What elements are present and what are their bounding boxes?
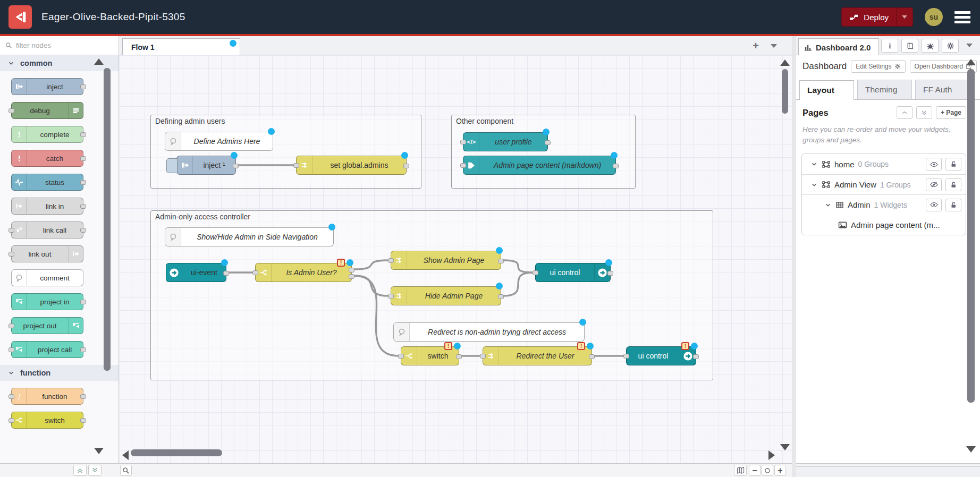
debug-tab-button[interactable] [922, 39, 939, 53]
palette-node-link-call[interactable]: link call [11, 222, 83, 238]
tree-item-home[interactable]: home0 Groups [802, 154, 966, 174]
info-tab-button[interactable] [881, 39, 898, 53]
port-out[interactable] [613, 164, 619, 168]
port-in[interactable] [623, 354, 629, 359]
collapse-all-button[interactable] [897, 106, 913, 119]
node-comment-define[interactable]: Define Admins Here [165, 132, 273, 151]
visibility-button[interactable] [926, 158, 942, 171]
palette-node-comment[interactable]: comment [11, 269, 83, 286]
node-comment-shownav[interactable]: Show/Hide Admin in Side Navigation [165, 227, 334, 246]
tab-ff-auth[interactable]: FF Auth [915, 80, 970, 99]
tab-layout[interactable]: Layout [799, 80, 854, 100]
chevron-down-icon[interactable] [810, 181, 818, 189]
port-out[interactable] [80, 300, 86, 304]
palette-node-inject[interactable]: inject [11, 78, 83, 95]
main-menu-button[interactable] [954, 9, 970, 25]
palette-node-link-out[interactable]: link out [11, 245, 83, 262]
port-out[interactable] [80, 204, 86, 209]
port-in[interactable] [9, 394, 14, 399]
palette-node-switch[interactable]: switch [11, 412, 83, 429]
port-in[interactable] [398, 354, 404, 359]
port-out[interactable] [456, 354, 462, 359]
port-out[interactable] [80, 228, 86, 233]
port-out[interactable] [693, 354, 699, 359]
node-ui-event[interactable]: ui-event [166, 263, 226, 282]
port-out[interactable] [403, 164, 409, 168]
port-out[interactable] [80, 84, 86, 89]
port-in[interactable] [388, 258, 394, 263]
node-inject1[interactable]: inject ¹ [176, 156, 236, 175]
port-in[interactable] [533, 270, 538, 275]
inject-button[interactable] [166, 158, 178, 173]
chevron-down-icon[interactable] [824, 201, 832, 209]
tree-item-admin-view[interactable]: Admin View1 Groups [802, 174, 966, 194]
tree-item-admin[interactable]: Admin1 Widgets [802, 194, 966, 215]
port-out[interactable] [498, 294, 504, 299]
zoom-out-button[interactable]: − [749, 465, 761, 476]
lock-button[interactable] [945, 158, 961, 171]
port-out[interactable] [349, 268, 354, 272]
palette-node-complete[interactable]: complete [11, 126, 83, 143]
tree-item-admin-page-content-m[interactable]: Admin page content (m... [802, 215, 966, 235]
palette-node-function[interactable]: ffunction [11, 388, 83, 405]
port-out[interactable] [80, 156, 86, 161]
port-in[interactable] [388, 294, 394, 299]
deploy-button[interactable]: Deploy [841, 7, 913, 27]
port-in[interactable] [9, 228, 14, 233]
lock-button[interactable] [945, 199, 961, 211]
port-in[interactable] [9, 418, 14, 423]
port-out[interactable] [80, 418, 86, 423]
palette-node-status[interactable]: status [11, 174, 83, 191]
port-in[interactable] [293, 163, 299, 168]
palette-node-project-out[interactable]: project out [11, 317, 83, 334]
tab-theming[interactable]: Theming [857, 80, 912, 99]
port-out[interactable] [545, 140, 551, 145]
add-page-button[interactable]: + Page [936, 106, 966, 119]
sidebar-scroll-up[interactable] [966, 59, 976, 65]
palette-collapse-all-button[interactable] [73, 465, 87, 476]
port-in[interactable] [9, 108, 14, 113]
node-user-profile[interactable]: </>user profile [463, 132, 548, 151]
palette-node-debug[interactable]: debug [11, 102, 83, 119]
node-show-admin[interactable]: Show Admin Page [391, 251, 501, 270]
palette-scrollbar[interactable] [104, 68, 111, 371]
palette-scroll-down[interactable] [94, 448, 104, 454]
lock-button[interactable] [945, 178, 961, 191]
node-switch2[interactable]: switch! [401, 346, 459, 365]
palette-node-project-in[interactable]: project in [11, 293, 83, 310]
sidebar-scroll-down[interactable] [966, 446, 976, 453]
user-avatar[interactable]: su [925, 8, 943, 26]
node-ui-control-1[interactable]: ui control [535, 263, 611, 282]
node-comment-redirect[interactable]: Redirect is non-admin trying direct acce… [393, 322, 585, 342]
node-change-admins[interactable]: set global.admins [296, 156, 407, 175]
node-redirect-user[interactable]: Redirect the User! [483, 346, 592, 365]
palette-scroll-up[interactable] [94, 58, 104, 65]
port-in[interactable] [9, 347, 14, 352]
sidebar-splitter[interactable] [792, 36, 796, 477]
flow-list-button[interactable] [771, 44, 777, 48]
node-is-admin[interactable]: Is Admin User?! [255, 263, 352, 282]
port-out[interactable] [80, 347, 86, 352]
sidebar-scrollbar[interactable] [967, 69, 975, 403]
navigator-button[interactable] [734, 465, 747, 476]
port-out[interactable] [498, 259, 504, 263]
sidebar-tab-dashboard[interactable]: Dashboard 2.0 [798, 38, 879, 56]
port-out[interactable] [607, 271, 613, 276]
palette-expand-all-button[interactable] [88, 465, 102, 476]
port-in[interactable] [9, 323, 14, 328]
port-in[interactable] [460, 140, 466, 144]
port-out[interactable] [349, 274, 354, 279]
visibility-button[interactable] [926, 199, 942, 211]
palette-node-project-call[interactable]: project call [11, 341, 83, 358]
palette-node-catch[interactable]: catch [11, 150, 83, 167]
port-in[interactable] [9, 252, 14, 257]
node-ui-control-2[interactable]: ui control! [626, 346, 696, 365]
expand-all-button[interactable] [916, 106, 932, 119]
port-in[interactable] [480, 354, 486, 359]
port-out[interactable] [80, 132, 86, 137]
add-flow-button[interactable]: + [753, 40, 759, 51]
port-out[interactable] [233, 164, 239, 168]
flow-canvas[interactable]: Defining admin usersOther componentAdmin… [119, 55, 792, 463]
node-hide-admin[interactable]: Hide Admin Page [391, 286, 501, 305]
port-out[interactable] [223, 271, 229, 276]
